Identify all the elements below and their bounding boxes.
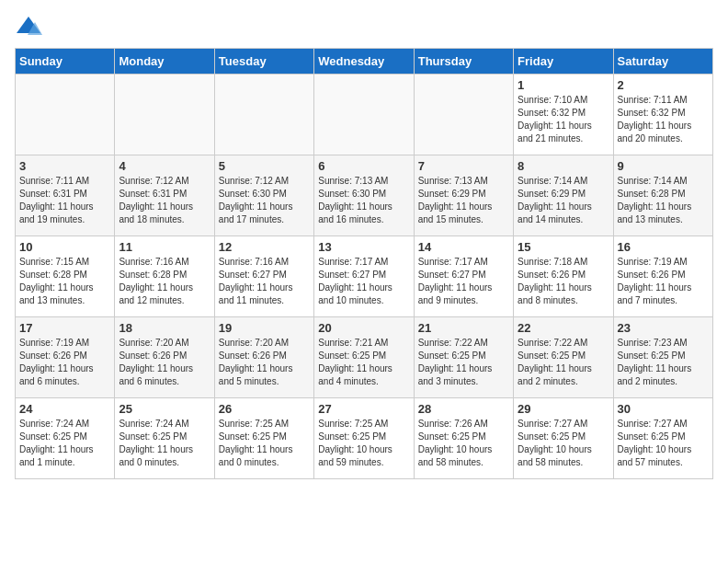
calendar-cell: 18Sunrise: 7:20 AM Sunset: 6:26 PM Dayli… bbox=[115, 317, 214, 398]
day-info: Sunrise: 7:22 AM Sunset: 6:25 PM Dayligh… bbox=[518, 337, 609, 388]
day-header-thursday: Thursday bbox=[414, 49, 513, 75]
day-header-saturday: Saturday bbox=[613, 49, 712, 75]
day-number: 18 bbox=[119, 321, 210, 335]
calendar-cell: 15Sunrise: 7:18 AM Sunset: 6:26 PM Dayli… bbox=[514, 236, 613, 317]
logo bbox=[15, 15, 46, 37]
day-number: 11 bbox=[119, 240, 210, 254]
day-info: Sunrise: 7:13 AM Sunset: 6:29 PM Dayligh… bbox=[418, 175, 509, 226]
day-number: 1 bbox=[518, 78, 609, 92]
day-info: Sunrise: 7:27 AM Sunset: 6:25 PM Dayligh… bbox=[518, 418, 609, 469]
day-number: 7 bbox=[418, 159, 509, 173]
day-info: Sunrise: 7:17 AM Sunset: 6:27 PM Dayligh… bbox=[418, 256, 509, 307]
day-header-sunday: Sunday bbox=[16, 49, 115, 75]
week-row-1: 3Sunrise: 7:11 AM Sunset: 6:31 PM Daylig… bbox=[16, 155, 713, 236]
day-number: 20 bbox=[318, 321, 409, 335]
day-number: 6 bbox=[318, 159, 409, 173]
calendar-cell: 20Sunrise: 7:21 AM Sunset: 6:25 PM Dayli… bbox=[314, 317, 414, 398]
day-number: 29 bbox=[518, 402, 609, 416]
day-number: 4 bbox=[119, 159, 210, 173]
day-number: 28 bbox=[418, 402, 509, 416]
day-number: 27 bbox=[318, 402, 409, 416]
calendar-cell: 29Sunrise: 7:27 AM Sunset: 6:25 PM Dayli… bbox=[514, 398, 613, 479]
calendar-table: SundayMondayTuesdayWednesdayThursdayFrid… bbox=[15, 48, 713, 479]
calendar-cell: 25Sunrise: 7:24 AM Sunset: 6:25 PM Dayli… bbox=[115, 398, 214, 479]
day-number: 12 bbox=[219, 240, 310, 254]
day-info: Sunrise: 7:16 AM Sunset: 6:28 PM Dayligh… bbox=[119, 256, 210, 307]
day-info: Sunrise: 7:11 AM Sunset: 6:32 PM Dayligh… bbox=[618, 94, 709, 145]
calendar-cell bbox=[115, 75, 214, 155]
calendar-cell: 13Sunrise: 7:17 AM Sunset: 6:27 PM Dayli… bbox=[314, 236, 414, 317]
week-row-2: 10Sunrise: 7:15 AM Sunset: 6:28 PM Dayli… bbox=[16, 236, 713, 317]
calendar-cell bbox=[414, 75, 513, 155]
calendar-cell: 10Sunrise: 7:15 AM Sunset: 6:28 PM Dayli… bbox=[16, 236, 115, 317]
day-number: 26 bbox=[219, 402, 310, 416]
day-number: 15 bbox=[518, 240, 609, 254]
day-info: Sunrise: 7:24 AM Sunset: 6:25 PM Dayligh… bbox=[119, 418, 210, 469]
day-number: 2 bbox=[618, 78, 709, 92]
day-info: Sunrise: 7:16 AM Sunset: 6:27 PM Dayligh… bbox=[219, 256, 310, 307]
day-number: 13 bbox=[318, 240, 409, 254]
calendar-cell: 21Sunrise: 7:22 AM Sunset: 6:25 PM Dayli… bbox=[414, 317, 513, 398]
calendar-cell: 11Sunrise: 7:16 AM Sunset: 6:28 PM Dayli… bbox=[115, 236, 214, 317]
day-number: 22 bbox=[518, 321, 609, 335]
calendar-cell: 1Sunrise: 7:10 AM Sunset: 6:32 PM Daylig… bbox=[514, 75, 613, 155]
calendar-cell: 5Sunrise: 7:12 AM Sunset: 6:30 PM Daylig… bbox=[214, 155, 313, 236]
week-row-3: 17Sunrise: 7:19 AM Sunset: 6:26 PM Dayli… bbox=[16, 317, 713, 398]
day-header-monday: Monday bbox=[115, 49, 214, 75]
day-number: 21 bbox=[418, 321, 509, 335]
day-info: Sunrise: 7:10 AM Sunset: 6:32 PM Dayligh… bbox=[518, 94, 609, 145]
day-info: Sunrise: 7:18 AM Sunset: 6:26 PM Dayligh… bbox=[518, 256, 609, 307]
calendar-cell: 22Sunrise: 7:22 AM Sunset: 6:25 PM Dayli… bbox=[514, 317, 613, 398]
calendar-cell: 27Sunrise: 7:25 AM Sunset: 6:25 PM Dayli… bbox=[314, 398, 414, 479]
calendar-cell bbox=[16, 75, 115, 155]
calendar-cell: 12Sunrise: 7:16 AM Sunset: 6:27 PM Dayli… bbox=[214, 236, 313, 317]
day-number: 9 bbox=[618, 159, 709, 173]
day-info: Sunrise: 7:23 AM Sunset: 6:25 PM Dayligh… bbox=[618, 337, 709, 388]
day-number: 23 bbox=[618, 321, 709, 335]
header bbox=[15, 15, 713, 37]
day-number: 16 bbox=[618, 240, 709, 254]
day-header-tuesday: Tuesday bbox=[214, 49, 313, 75]
day-info: Sunrise: 7:15 AM Sunset: 6:28 PM Dayligh… bbox=[19, 256, 110, 307]
day-number: 3 bbox=[19, 159, 110, 173]
calendar-cell: 26Sunrise: 7:25 AM Sunset: 6:25 PM Dayli… bbox=[214, 398, 313, 479]
day-info: Sunrise: 7:12 AM Sunset: 6:31 PM Dayligh… bbox=[119, 175, 210, 226]
day-info: Sunrise: 7:26 AM Sunset: 6:25 PM Dayligh… bbox=[418, 418, 509, 469]
calendar-cell: 28Sunrise: 7:26 AM Sunset: 6:25 PM Dayli… bbox=[414, 398, 513, 479]
day-number: 14 bbox=[418, 240, 509, 254]
calendar-cell: 23Sunrise: 7:23 AM Sunset: 6:25 PM Dayli… bbox=[613, 317, 712, 398]
calendar-cell: 19Sunrise: 7:20 AM Sunset: 6:26 PM Dayli… bbox=[214, 317, 313, 398]
day-header-friday: Friday bbox=[514, 49, 613, 75]
day-info: Sunrise: 7:21 AM Sunset: 6:25 PM Dayligh… bbox=[318, 337, 409, 388]
day-number: 30 bbox=[618, 402, 709, 416]
calendar-cell: 4Sunrise: 7:12 AM Sunset: 6:31 PM Daylig… bbox=[115, 155, 214, 236]
calendar-cell: 30Sunrise: 7:27 AM Sunset: 6:25 PM Dayli… bbox=[613, 398, 712, 479]
logo-icon bbox=[15, 15, 42, 37]
calendar-cell: 16Sunrise: 7:19 AM Sunset: 6:26 PM Dayli… bbox=[613, 236, 712, 317]
day-info: Sunrise: 7:20 AM Sunset: 6:26 PM Dayligh… bbox=[219, 337, 310, 388]
day-info: Sunrise: 7:17 AM Sunset: 6:27 PM Dayligh… bbox=[318, 256, 409, 307]
day-info: Sunrise: 7:11 AM Sunset: 6:31 PM Dayligh… bbox=[19, 175, 110, 226]
day-header-wednesday: Wednesday bbox=[314, 49, 414, 75]
calendar-cell bbox=[314, 75, 414, 155]
day-number: 10 bbox=[19, 240, 110, 254]
day-info: Sunrise: 7:13 AM Sunset: 6:30 PM Dayligh… bbox=[318, 175, 409, 226]
day-info: Sunrise: 7:25 AM Sunset: 6:25 PM Dayligh… bbox=[219, 418, 310, 469]
day-number: 17 bbox=[19, 321, 110, 335]
calendar-cell: 2Sunrise: 7:11 AM Sunset: 6:32 PM Daylig… bbox=[613, 75, 712, 155]
day-info: Sunrise: 7:12 AM Sunset: 6:30 PM Dayligh… bbox=[219, 175, 310, 226]
day-info: Sunrise: 7:19 AM Sunset: 6:26 PM Dayligh… bbox=[618, 256, 709, 307]
day-number: 25 bbox=[119, 402, 210, 416]
calendar-cell: 6Sunrise: 7:13 AM Sunset: 6:30 PM Daylig… bbox=[314, 155, 414, 236]
week-row-0: 1Sunrise: 7:10 AM Sunset: 6:32 PM Daylig… bbox=[16, 75, 713, 155]
week-row-4: 24Sunrise: 7:24 AM Sunset: 6:25 PM Dayli… bbox=[16, 398, 713, 479]
day-number: 19 bbox=[219, 321, 310, 335]
calendar-cell: 14Sunrise: 7:17 AM Sunset: 6:27 PM Dayli… bbox=[414, 236, 513, 317]
calendar-cell: 17Sunrise: 7:19 AM Sunset: 6:26 PM Dayli… bbox=[16, 317, 115, 398]
day-number: 5 bbox=[219, 159, 310, 173]
calendar-cell: 8Sunrise: 7:14 AM Sunset: 6:29 PM Daylig… bbox=[514, 155, 613, 236]
day-number: 24 bbox=[19, 402, 110, 416]
calendar-cell: 24Sunrise: 7:24 AM Sunset: 6:25 PM Dayli… bbox=[16, 398, 115, 479]
day-info: Sunrise: 7:20 AM Sunset: 6:26 PM Dayligh… bbox=[119, 337, 210, 388]
calendar-cell bbox=[214, 75, 313, 155]
